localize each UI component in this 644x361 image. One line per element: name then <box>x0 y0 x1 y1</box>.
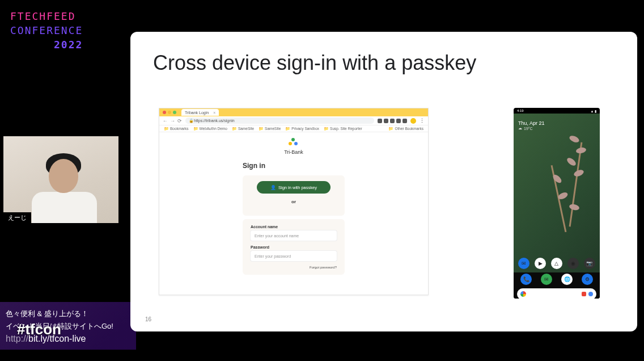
back-icon[interactable]: ← <box>163 118 168 124</box>
lens-icon[interactable] <box>588 292 593 296</box>
dock-app-chrome[interactable]: 🌐 <box>561 274 573 285</box>
slide-title: Cross device sign-in with a passkey <box>153 51 615 75</box>
logo-year: 2022 <box>10 37 83 52</box>
signin-passkey-button[interactable]: Sign in with passkey <box>257 181 331 194</box>
tribank-logo-icon <box>289 138 299 148</box>
phone-statusbar: 4:19 ▲ ▮ <box>514 108 600 114</box>
phone-homescreen[interactable]: Thu, Apr 21 19°C ✉ ▶ △ ◉ 📷 <box>514 114 600 272</box>
google-logo-icon <box>520 291 526 297</box>
window-maximize-icon[interactable] <box>173 111 176 114</box>
phone-time: 4:19 <box>517 109 524 112</box>
bookmark-item[interactable]: Bookmarks <box>164 127 189 131</box>
bookmark-item[interactable]: WebAuthn Demo <box>193 127 227 131</box>
presentation-slide: Cross device sign-in with a passkey 16 T… <box>130 32 637 331</box>
app-icon-playstore[interactable]: ▶ <box>535 258 546 269</box>
reload-icon[interactable]: ⟳ <box>177 118 182 124</box>
dock-app-messages[interactable]: ✉ <box>541 274 552 285</box>
password-label: Password <box>251 245 337 249</box>
logo-line-1: FTECHFEED <box>10 9 83 23</box>
dock-app-settings[interactable]: ⚙ <box>582 274 593 285</box>
account-input[interactable]: Enter your account name <box>251 230 337 241</box>
dock-app-phone[interactable]: 📞 <box>520 274 532 285</box>
extension-icons[interactable] <box>378 119 407 123</box>
lock-icon: 🔒 <box>189 119 194 123</box>
browser-tab[interactable]: Tribank Login <box>181 109 219 116</box>
url-input[interactable]: 🔒 https://tribank.us/signin <box>185 117 374 124</box>
promo-line-1: 色々便利 & 盛り上がる！ <box>6 309 130 319</box>
android-phone: 4:19 ▲ ▮ Thu, Apr 21 19°C ✉ ▶ △ <box>514 108 600 299</box>
bookmark-item[interactable]: SameSite <box>232 127 254 131</box>
app-icon-photos[interactable]: ◉ <box>567 258 579 269</box>
phone-dock: 📞 ✉ 🌐 ⚙ <box>514 272 600 299</box>
google-search-bar[interactable] <box>517 288 596 299</box>
window-minimize-icon[interactable] <box>168 111 171 114</box>
brand-name: Tri-Bank <box>284 149 303 155</box>
app-icon-drive[interactable]: △ <box>551 258 562 269</box>
or-separator: or <box>251 199 337 204</box>
bookmarks-bar: Bookmarks WebAuthn Demo SameSite SameSit… <box>159 125 428 132</box>
bookmark-item[interactable]: SameSite <box>259 127 281 131</box>
browser-addressbar: ← → ⟳ 🔒 https://tribank.us/signin ⋮ <box>159 116 428 125</box>
browser-tabstrip: Tribank Login <box>159 108 428 116</box>
window-close-icon[interactable] <box>163 111 166 114</box>
other-bookmarks[interactable]: Other Bookmarks <box>388 127 423 131</box>
hashtag: #tfcon <box>17 321 61 338</box>
logo-line-2: CONFERENCE <box>10 23 83 37</box>
bookmark-item[interactable]: Susp. Site Reporter <box>324 127 362 131</box>
kebab-menu-icon[interactable]: ⋮ <box>420 118 425 124</box>
app-icon-messages[interactable]: ✉ <box>518 258 529 269</box>
mic-icon[interactable] <box>582 292 586 296</box>
browser-window: Tribank Login ← → ⟳ 🔒 https://tribank.us… <box>159 108 429 295</box>
app-icon-camera[interactable]: 📷 <box>584 258 595 269</box>
speaker-name-label: えーじ <box>3 212 31 223</box>
profile-avatar-icon[interactable] <box>410 118 416 124</box>
status-icons: ▲ ▮ <box>590 109 596 113</box>
app-row: ✉ ▶ △ ◉ 📷 <box>514 257 600 270</box>
bookmark-item[interactable]: Privacy Sandbox <box>285 127 319 131</box>
password-input[interactable]: Enter your password <box>251 251 337 261</box>
speaker-webcam: えーじ <box>3 136 118 223</box>
signin-heading: Sign in <box>243 162 345 170</box>
conference-logo: FTECHFEED CONFERENCE 2022 <box>10 9 83 52</box>
account-label: Account name <box>251 225 337 229</box>
slide-number: 16 <box>145 316 151 322</box>
forgot-password-link[interactable]: Forgot password? <box>251 266 337 269</box>
wallpaper-plant <box>541 119 598 233</box>
page-content: Tri-Bank Sign in Sign in with passkey or… <box>159 132 428 278</box>
forward-icon[interactable]: → <box>170 118 175 124</box>
